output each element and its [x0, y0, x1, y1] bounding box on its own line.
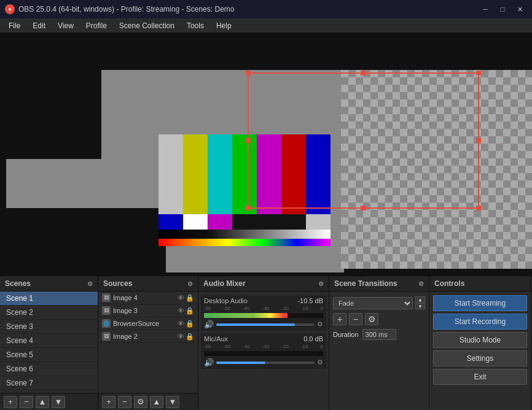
remove-scene-button[interactable]: −	[20, 396, 33, 408]
mixer-settings-icon[interactable]: ⚙	[317, 358, 323, 366]
source-lock-icon[interactable]: 🔒	[186, 320, 194, 328]
mixer-channel-controls: 🔊 ⚙	[204, 320, 323, 329]
source-controls: 👁 🔒	[178, 294, 194, 302]
preview-area[interactable]	[0, 33, 532, 276]
sources-toolbar: + − ⚙ ▲ ▼	[98, 393, 198, 410]
source-item-3[interactable]: 🌐 BrowserSource 👁 🔒	[98, 317, 198, 330]
mixer-panel: Desktop Audio -10.5 dB -60-50-40-30-20-1…	[198, 292, 329, 410]
mixer-meter-fill	[204, 313, 288, 318]
scenes-toolbar: + − ▲ ▼	[0, 393, 98, 410]
mixer-meter-scale: -60-50-40-30-20-100	[204, 344, 323, 349]
maximize-button[interactable]: □	[495, 3, 510, 15]
mixer-volume-slider[interactable]	[216, 323, 315, 326]
mixer-channel-header: Desktop Audio -10.5 dB	[204, 297, 323, 304]
minimize-button[interactable]: ─	[478, 3, 493, 15]
mixer-settings-icon[interactable]: ⚙	[317, 320, 323, 328]
menu-file[interactable]: File	[2, 18, 26, 33]
scene-item-3[interactable]: Scene 3	[0, 320, 98, 334]
move-source-down-button[interactable]: ▼	[166, 396, 179, 408]
trans-down-arrow[interactable]: ▼	[415, 303, 425, 309]
source-name-label: Image 4	[113, 294, 175, 301]
controls-panel: Start StreamingStart RecordingStudio Mod…	[429, 292, 531, 410]
scenes-config-icon[interactable]: ⚙	[87, 280, 93, 287]
scene-item-7[interactable]: Scene 7	[0, 376, 98, 390]
menu-edit[interactable]: Edit	[26, 18, 52, 33]
source-visibility-icon[interactable]: 👁	[178, 333, 184, 341]
mixer-channel-name: Desktop Audio	[204, 297, 248, 304]
mixer-meter-scale: -60-50-40-30-20-100	[204, 306, 323, 311]
source-item-4[interactable]: 🖼 Image 2 👁 🔒	[98, 330, 198, 343]
window-controls: ─ □ ✕	[478, 3, 527, 15]
source-visibility-icon[interactable]: 👁	[178, 294, 184, 302]
sources-title: Sources	[103, 279, 132, 288]
sources-config-icon[interactable]: ⚙	[187, 280, 193, 287]
menu-tools[interactable]: Tools	[181, 18, 210, 33]
scene-item-1[interactable]: Scene 1	[0, 292, 98, 306]
source-lock-icon[interactable]: 🔒	[186, 333, 194, 341]
controls-settings-button[interactable]: Settings	[433, 350, 527, 366]
add-transition-button[interactable]: +	[333, 313, 346, 325]
source-item-1[interactable]: 🖼 Image 4 👁 🔒	[98, 292, 198, 304]
scene-item-5[interactable]: Scene 5	[0, 348, 98, 362]
move-scene-up-button[interactable]: ▲	[36, 396, 49, 408]
mixer-config-icon[interactable]: ⚙	[318, 280, 324, 287]
scene-item-4[interactable]: Scene 4	[0, 334, 98, 348]
source-controls: 👁 🔒	[178, 333, 194, 341]
remove-source-button[interactable]: −	[118, 396, 131, 408]
source-properties-button[interactable]: ⚙	[134, 396, 147, 408]
title-bar-text: OBS 25.0.4 (64-bit, windows) - Profile: …	[18, 5, 478, 14]
scene-item-2[interactable]: Scene 2	[0, 306, 98, 320]
controls-start-recording-button[interactable]: Start Recording	[433, 314, 527, 330]
source-visibility-icon[interactable]: 👁	[178, 307, 184, 315]
trans-up-arrow[interactable]: ▲	[415, 296, 425, 303]
move-scene-down-button[interactable]: ▼	[52, 396, 65, 408]
source-list: 🖼 Image 4 👁 🔒 🖼 Image 3 👁 🔒 🌐 BrowserSou…	[98, 292, 198, 393]
mixer-panel-header: Audio Mixer ⚙	[198, 276, 329, 291]
transitions-config-icon[interactable]: ⚙	[418, 280, 424, 287]
mixer-level-meter	[204, 351, 323, 356]
source-name-label: Image 2	[113, 333, 175, 340]
mixer-channel-name: Mic/Aux	[204, 335, 228, 342]
duration-label: Duration	[333, 331, 359, 338]
controls-studio-mode-button[interactable]: Studio Mode	[433, 332, 527, 348]
mixer-mute-button[interactable]: 🔊	[204, 358, 214, 367]
source-lock-icon[interactable]: 🔒	[186, 307, 194, 315]
source-type-icon: 🖼	[102, 306, 111, 315]
controls-title: Controls	[434, 279, 464, 288]
mixer-title: Audio Mixer	[203, 279, 246, 288]
source-item-2[interactable]: 🖼 Image 3 👁 🔒	[98, 304, 198, 317]
add-scene-button[interactable]: +	[4, 396, 17, 408]
source-type-icon: 🖼	[102, 332, 111, 341]
transition-type-select[interactable]: Fade Cut Swipe	[333, 297, 413, 309]
menu-help[interactable]: Help	[210, 18, 238, 33]
preview-canvas	[0, 33, 532, 276]
mixer-level-meter	[204, 313, 323, 318]
menu-view[interactable]: View	[52, 18, 80, 33]
close-button[interactable]: ✕	[512, 3, 527, 15]
source-name-label: Image 3	[113, 307, 175, 314]
bottom-panels: Scenes ⚙ Sources ⚙ Audio Mixer ⚙ Scene T…	[0, 276, 532, 410]
transitions-panel-header: Scene Transitions ⚙	[329, 276, 429, 291]
app-icon: ●	[5, 4, 15, 14]
transition-settings-button[interactable]: ⚙	[365, 313, 378, 325]
mixer-channel-1: Desktop Audio -10.5 dB -60-50-40-30-20-1…	[201, 295, 326, 331]
source-type-icon: 🌐	[102, 319, 111, 328]
mixer-mute-button[interactable]: 🔊	[204, 320, 214, 329]
controls-exit-button[interactable]: Exit	[433, 369, 527, 385]
mixer-volume-slider[interactable]	[216, 362, 315, 364]
source-visibility-icon[interactable]: 👁	[178, 320, 184, 328]
menu-profile[interactable]: Profile	[80, 18, 113, 33]
menu-scene-collection[interactable]: Scene Collection	[113, 18, 181, 33]
source-lock-icon[interactable]: 🔒	[186, 294, 194, 302]
duration-input[interactable]	[362, 329, 396, 340]
scene-item-6[interactable]: Scene 6	[0, 362, 98, 376]
transition-type-arrows: ▲ ▼	[415, 296, 425, 309]
mixer-volume-fill	[216, 362, 265, 364]
scenes-title: Scenes	[5, 279, 31, 288]
controls-start-streaming-button[interactable]: Start Streaming	[433, 295, 527, 311]
remove-transition-button[interactable]: −	[349, 313, 362, 325]
add-source-button[interactable]: +	[102, 396, 115, 408]
source-name-label: BrowserSource	[113, 320, 175, 327]
duration-row: Duration	[333, 329, 425, 340]
move-source-up-button[interactable]: ▲	[150, 396, 163, 408]
